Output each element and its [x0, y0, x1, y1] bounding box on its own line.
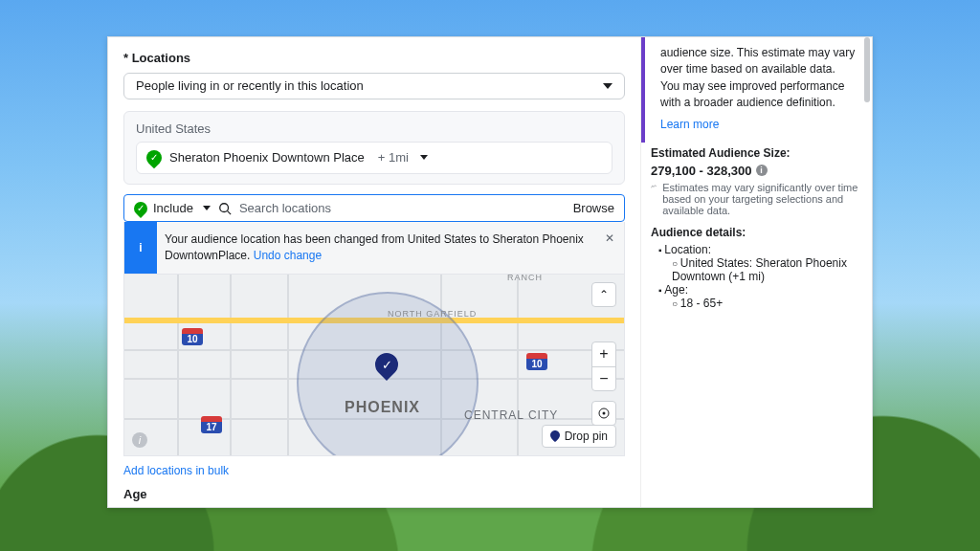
undo-change-link[interactable]: Undo change [254, 249, 322, 262]
info-icon[interactable]: i [756, 165, 768, 176]
audience-details-heading: Audience details: [651, 226, 862, 239]
location-name: Sheraton Phoenix Downtown Place [169, 150, 365, 165]
map-label-central: CENTRAL CITY [464, 408, 558, 422]
interstate-shield-icon: 10 [526, 353, 547, 370]
age-heading: Age [123, 487, 625, 507]
side-column: audience size. This estimate may vary ov… [640, 37, 872, 507]
location-type-value: People living in or recently in this loc… [136, 78, 364, 93]
location-chip[interactable]: ✓ Sheraton Phoenix Downtown Place + 1mi [136, 142, 612, 174]
location-search-row: ✓ Include Search locations Browse [123, 194, 625, 222]
close-icon[interactable]: ✕ [605, 222, 624, 245]
map-expand-button[interactable]: ⌃ [591, 282, 616, 307]
notice-text: Your audience location has been changed … [157, 222, 605, 274]
drop-pin-button[interactable]: Drop pin [542, 425, 616, 448]
learn-more-link[interactable]: Learn more [660, 118, 719, 131]
svg-line-1 [228, 210, 232, 214]
interstate-shield-icon: 10 [182, 328, 203, 345]
location-radius: + 1mi [378, 150, 409, 165]
map-info-icon[interactable]: i [132, 432, 147, 448]
pin-icon: ✓ [144, 147, 166, 169]
map[interactable]: ✓ PHOENIX CENTRAL CITY NORTH GARFIELD RA… [123, 275, 625, 456]
selected-locations-card: United States ✓ Sheraton Phoenix Downtow… [123, 111, 625, 185]
location-change-notice: i Your audience location has been change… [123, 222, 625, 275]
ad-targeting-panel: Locations People living in or recently i… [107, 36, 873, 508]
chevron-down-icon [203, 206, 211, 210]
svg-point-3 [603, 412, 606, 415]
info-icon: i [124, 222, 157, 274]
interstate-shield-icon: 17 [201, 416, 222, 433]
include-label: Include [153, 201, 193, 215]
search-icon [218, 202, 232, 215]
pin-icon [550, 430, 560, 442]
locations-heading: Locations [123, 51, 625, 65]
zoom-in-button[interactable]: + [592, 342, 615, 367]
list-item: United States: Sheraton Phoenix Downtown… [672, 256, 862, 283]
location-type-select[interactable]: People living in or recently in this loc… [123, 73, 625, 99]
caret-down-icon [603, 83, 612, 89]
estimate-note: Estimates may vary significantly over ti… [651, 182, 862, 216]
browse-button[interactable]: Browse [573, 201, 614, 215]
search-input[interactable]: Search locations [239, 201, 566, 215]
list-item: 18 - 65+ [672, 297, 862, 310]
list-item: Age: 18 - 65+ [658, 283, 862, 310]
tip-box: audience size. This estimate may vary ov… [651, 37, 862, 141]
map-label-garfield: NORTH GARFIELD [388, 309, 477, 319]
target-icon [597, 407, 611, 420]
audience-details-list: Location: United States: Sheraton Phoeni… [651, 243, 862, 310]
add-locations-bulk-link[interactable]: Add locations in bulk [123, 464, 625, 477]
tip-accent [641, 37, 645, 143]
main-column: Locations People living in or recently i… [108, 37, 640, 507]
tip-text: audience size. This estimate may vary ov… [660, 45, 857, 112]
map-label-ranch: RANCH [507, 275, 543, 282]
chevron-down-icon[interactable] [420, 155, 428, 160]
map-label-phoenix: PHOENIX [345, 399, 420, 416]
trend-icon [651, 182, 657, 191]
estimated-size-heading: Estimated Audience Size: [651, 146, 862, 160]
estimated-size-value: 279,100 - 328,300 i [651, 164, 862, 178]
map-locate-button[interactable] [591, 401, 616, 426]
svg-point-0 [220, 203, 229, 211]
zoom-out-button[interactable]: − [592, 367, 615, 391]
country-label: United States [136, 121, 612, 136]
list-item: Location: United States: Sheraton Phoeni… [658, 243, 862, 283]
scrollbar[interactable] [864, 37, 870, 102]
include-dropdown[interactable]: ✓ Include [134, 201, 211, 215]
map-zoom-control: + − [591, 342, 616, 391]
pin-icon: ✓ [131, 199, 150, 218]
